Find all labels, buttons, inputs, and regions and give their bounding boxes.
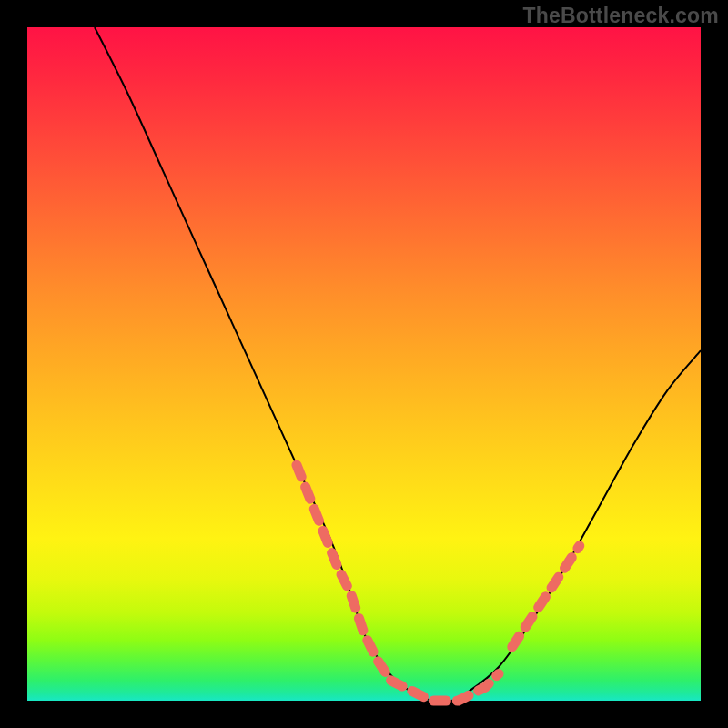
left-dotted-band	[297, 465, 391, 681]
main-curve	[95, 27, 701, 702]
watermark-text: TheBottleneck.com	[522, 4, 719, 28]
plot-area	[27, 27, 701, 701]
chart-frame: TheBottleneck.com	[0, 0, 728, 728]
right-dotted-band	[512, 546, 580, 647]
bottleneck-curve-path	[95, 27, 701, 702]
bottom-dotted-band	[391, 673, 499, 701]
curve-svg	[27, 27, 701, 701]
